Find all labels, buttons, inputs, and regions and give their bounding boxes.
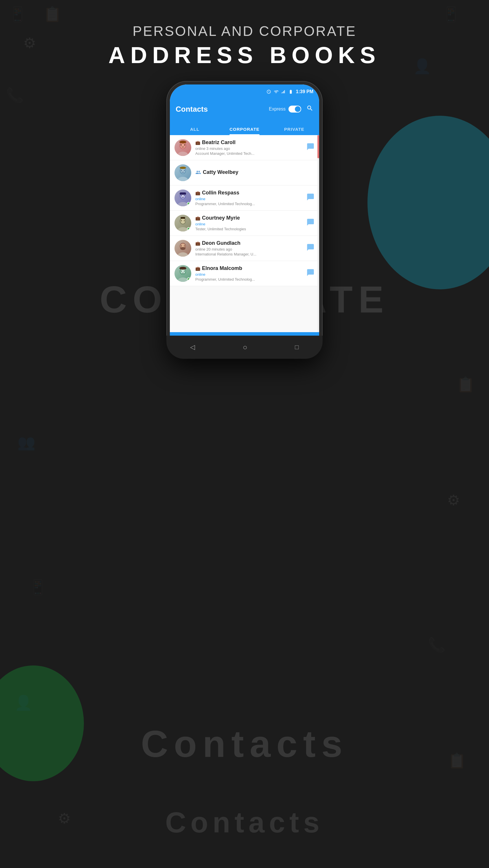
- express-label: Express: [269, 106, 285, 112]
- svg-point-8: [178, 177, 188, 181]
- svg-point-34: [184, 271, 185, 272]
- svg-rect-17: [180, 192, 186, 195]
- contact-status: online 20 minutes ago: [195, 247, 302, 251]
- contact-item[interactable]: 💼 Beatriz Caroll online 3 minutes ago Ac…: [170, 135, 319, 160]
- briefcase-icon: 💼: [195, 140, 200, 145]
- tab-all[interactable]: ALL: [170, 127, 220, 135]
- express-toggle[interactable]: [288, 105, 301, 113]
- svg-point-3: [181, 144, 182, 146]
- svg-point-35: [179, 267, 186, 270]
- toggle-knob: [295, 106, 301, 112]
- svg-point-10: [184, 170, 185, 171]
- chat-button[interactable]: [306, 193, 314, 203]
- chat-button[interactable]: [306, 243, 314, 253]
- svg-rect-23: [181, 217, 185, 219]
- app-title: Contacts: [176, 105, 266, 114]
- tab-corporate[interactable]: CORPORATE: [220, 127, 269, 135]
- signal-icon: [281, 89, 285, 94]
- header-subtitle: PERSONAL AND CORPORATE: [0, 23, 489, 39]
- svg-point-5: [179, 141, 186, 144]
- contact-role: International Relations Manager, U...: [195, 252, 302, 256]
- phone-screen: 1:39 PM Contacts Express ALL: [170, 85, 319, 355]
- header-title: ADDRESS BOOKS: [0, 42, 489, 69]
- avatar: [175, 240, 191, 257]
- tab-private[interactable]: PRIVATE: [269, 127, 319, 135]
- svg-point-28: [184, 246, 185, 247]
- contact-status: online: [195, 197, 302, 201]
- contact-name: Collin Respass: [202, 190, 239, 196]
- contact-info: Catty Weelbey: [195, 169, 314, 176]
- contacts-watermark: Contacts: [0, 722, 489, 766]
- briefcase-icon: 💼: [195, 191, 200, 195]
- svg-point-29: [180, 247, 185, 250]
- svg-point-14: [178, 202, 188, 206]
- avatar: [175, 189, 191, 206]
- svg-point-33: [181, 271, 182, 272]
- status-icons: 1:39 PM: [267, 89, 313, 94]
- svg-point-11: [180, 167, 186, 169]
- contacts-list: 💼 Beatriz Caroll online 3 minutes ago Ac…: [170, 135, 319, 332]
- contact-item[interactable]: 💼 Deon Gundlach online 20 minutes ago In…: [170, 236, 319, 261]
- contact-item[interactable]: 💼 Courtney Myrie online Tester, Unlimite…: [170, 211, 319, 236]
- contact-info: 💼 Beatriz Caroll online 3 minutes ago Ac…: [195, 140, 302, 156]
- contact-status: online 3 minutes ago: [195, 146, 302, 151]
- svg-point-2: [178, 152, 188, 156]
- contact-name-row: 💼 Courtney Myrie: [195, 215, 302, 221]
- svg-point-26: [178, 252, 188, 257]
- scroll-thumb: [317, 135, 319, 158]
- recents-button[interactable]: □: [295, 343, 299, 351]
- contact-info: 💼 Courtney Myrie online Tester, Unlimite…: [195, 215, 302, 231]
- svg-point-22: [184, 220, 185, 221]
- android-nav-bar: ◁ ○ □: [166, 336, 323, 359]
- avatar: [175, 164, 191, 181]
- svg-point-16: [184, 195, 185, 196]
- phone-device: 1:39 PM Contacts Express ALL: [166, 81, 323, 359]
- svg-point-20: [178, 227, 188, 231]
- tabs-bar: ALL CORPORATE PRIVATE: [170, 119, 319, 135]
- briefcase-icon: 💼: [195, 241, 200, 246]
- search-button[interactable]: [306, 105, 313, 114]
- online-indicator: [187, 227, 190, 230]
- contact-item[interactable]: 💼 Collin Respass online Programmer, Unli…: [170, 185, 319, 211]
- contact-name: Deon Gundlach: [202, 240, 240, 246]
- svg-point-27: [181, 246, 182, 247]
- contact-status: online: [195, 222, 302, 226]
- svg-point-21: [181, 220, 182, 221]
- online-indicator: [187, 202, 190, 206]
- chat-button[interactable]: [306, 143, 314, 153]
- alarm-icon: [267, 89, 271, 94]
- svg-point-4: [184, 144, 185, 146]
- contact-item[interactable]: 💼 Elnora Malcomb online Programmer, Unli…: [170, 261, 319, 286]
- avatar-image: [175, 164, 191, 181]
- avatar: [175, 265, 191, 282]
- chat-button[interactable]: [306, 269, 314, 279]
- status-bar: 1:39 PM: [170, 85, 319, 99]
- contact-item[interactable]: Catty Weelbey: [170, 160, 319, 185]
- contact-name: Catty Weelbey: [203, 169, 238, 175]
- home-button[interactable]: ○: [243, 343, 247, 352]
- contact-name: Elnora Malcomb: [202, 265, 242, 271]
- group-icon: [195, 169, 201, 175]
- contact-info: 💼 Deon Gundlach online 20 minutes ago In…: [195, 240, 302, 256]
- phone-outer-shell: 1:39 PM Contacts Express ALL: [166, 81, 323, 359]
- contact-name: Beatriz Caroll: [202, 140, 236, 146]
- contact-info: 💼 Collin Respass online Programmer, Unli…: [195, 190, 302, 206]
- bottom-contacts-label: Contacts: [0, 806, 489, 839]
- avatar: [175, 139, 191, 156]
- briefcase-icon: 💼: [195, 216, 200, 220]
- back-button[interactable]: ◁: [190, 343, 195, 351]
- avatar-image: [175, 240, 191, 257]
- contact-name-row: 💼 Beatriz Caroll: [195, 140, 302, 146]
- chat-button[interactable]: [306, 218, 314, 228]
- svg-point-15: [181, 195, 182, 196]
- svg-point-32: [178, 277, 188, 282]
- app-header: Contacts Express: [170, 99, 319, 119]
- scroll-indicator: [317, 135, 319, 332]
- contact-role: Programmer, Unlimited Technolog...: [195, 277, 302, 281]
- contact-name-row: 💼 Collin Respass: [195, 190, 302, 196]
- contact-role: Account Manager, Unlimited Tech...: [195, 151, 302, 156]
- online-indicator: [187, 277, 190, 281]
- contact-name-row: 💼 Deon Gundlach: [195, 240, 302, 246]
- header-section: PERSONAL AND CORPORATE ADDRESS BOOKS: [0, 23, 489, 69]
- contact-name: Courtney Myrie: [202, 215, 240, 221]
